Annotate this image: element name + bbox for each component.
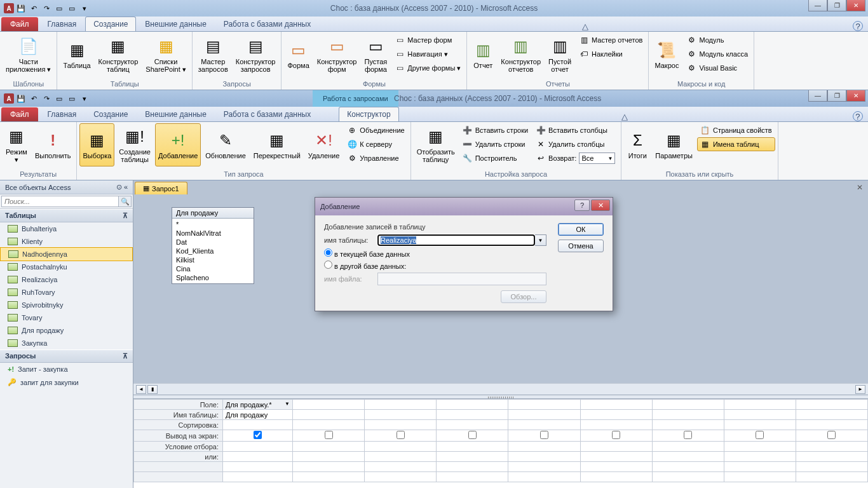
make-table-button[interactable]: ▦!Создание таблицы — [116, 123, 154, 166]
table-design-button[interactable]: ▦Конструктор таблиц — [95, 33, 142, 76]
report-wizard-button[interactable]: ▥Мастер отчетов — [576, 33, 646, 47]
search-input[interactable] — [1, 196, 119, 207]
class-module-button[interactable]: ⚙Модуль класса — [683, 47, 751, 61]
passthrough-button[interactable]: 🌐К серверу — [344, 137, 407, 151]
delete-cols-button[interactable]: ✕Удалить столбцы — [532, 137, 618, 151]
visual-basic-button[interactable]: ⚙Visual Basic — [683, 61, 751, 75]
ribbon-min-icon-2[interactable]: △ — [620, 111, 630, 121]
query-design-button[interactable]: ▤Конструктор запросов — [233, 33, 279, 76]
collapse-group-icon[interactable]: ⊼ — [123, 352, 128, 360]
app-icon-2[interactable]: A — [4, 93, 14, 104]
dialog-close-button[interactable]: ✕ — [591, 200, 610, 211]
collapse-icon[interactable]: « — [124, 183, 128, 191]
field-item[interactable]: * — [175, 220, 251, 229]
view-button[interactable]: ▦Режим▾ — [3, 123, 31, 166]
nav-table-item[interactable]: RuhTovary — [0, 286, 133, 299]
nav-table-item[interactable]: Закупка — [0, 337, 133, 349]
macro-button[interactable]: 📜Макрос — [651, 33, 682, 76]
designer-hscroll[interactable]: ◄ ▮ ► — [133, 383, 868, 395]
query-wizard-button[interactable]: ▤Мастер запросов — [195, 33, 231, 76]
blank-form-button[interactable]: ▭Пустая форма — [361, 33, 390, 76]
report-button[interactable]: ▥Отчет — [470, 33, 496, 76]
qat-save-icon-2[interactable]: 💾 — [15, 93, 27, 104]
table-button[interactable]: ▦Таблица — [60, 33, 93, 76]
qat-undo-icon[interactable]: ↶ — [28, 3, 39, 14]
table-name-input[interactable] — [377, 234, 535, 246]
nav-header[interactable]: Все объекты Access⊙ « — [0, 180, 133, 194]
tab-constructor[interactable]: Конструктор — [339, 107, 398, 121]
crosstab-button[interactable]: ▦Перекрестный — [250, 123, 304, 166]
nav-query-item[interactable]: +!Запит - закупка — [0, 363, 133, 376]
splitter[interactable] — [133, 395, 868, 399]
tab-create-2[interactable]: Создание — [85, 107, 136, 121]
tab-home[interactable]: Главная — [39, 17, 85, 31]
totals-button[interactable]: ΣИтоги — [624, 123, 651, 166]
tab-dbtools[interactable]: Работа с базами данных — [215, 17, 319, 31]
dialog-help-button[interactable]: ? — [574, 200, 590, 211]
blank-report-button[interactable]: ▥Пустой отчет — [545, 33, 574, 76]
doc-close-icon[interactable]: ✕ — [857, 183, 865, 192]
help-icon[interactable]: ? — [853, 21, 863, 31]
qat-btn2-2[interactable]: ▭ — [66, 93, 78, 104]
builder-button[interactable]: 🔧Построитель — [459, 151, 531, 165]
combo-dropdown-icon[interactable]: ▼ — [535, 234, 546, 246]
field-item[interactable]: Dat — [175, 238, 251, 247]
maximize-button-2[interactable]: ❐ — [827, 90, 846, 102]
tab-file[interactable]: Файл — [1, 17, 38, 31]
table-names-button[interactable]: ▦Имена таблиц — [697, 137, 775, 151]
show-table-button[interactable]: ▦Отобразить таблицу — [414, 123, 458, 166]
form-wizard-button[interactable]: ▭Мастер форм — [391, 33, 464, 47]
show-checkbox[interactable] — [254, 431, 262, 439]
qat-undo-icon-2[interactable]: ↶ — [28, 93, 39, 104]
qbe-grid[interactable]: Поле:Для продажу.* ▼ Имя таблицы:Для про… — [133, 399, 868, 488]
nav-query-item[interactable]: 🔑запит для закупки — [0, 376, 133, 389]
update-button[interactable]: ✎Обновление — [202, 123, 249, 166]
insert-cols-button[interactable]: ➕Вставить столбцы — [532, 123, 618, 137]
qat-more-icon-2[interactable]: ▾ — [79, 93, 90, 104]
field-item[interactable]: NomNaklVitrat — [175, 229, 251, 238]
nav-table-item[interactable]: Spivrobitnyky — [0, 299, 133, 311]
delete-rows-button[interactable]: ➖Удалить строки — [459, 137, 531, 151]
ribbon-min-icon[interactable]: △ — [580, 21, 590, 31]
qat-btn2[interactable]: ▭ — [66, 3, 78, 14]
nav-table-item[interactable]: Klienty — [0, 235, 133, 248]
nav-table-item[interactable]: Tovary — [0, 311, 133, 324]
ddl-button[interactable]: ⚙Управление — [344, 151, 407, 165]
nav-table-item[interactable]: Nadhodjennya — [0, 247, 133, 261]
module-button[interactable]: ⚙Модуль — [683, 33, 751, 47]
form-button[interactable]: ▭Форма — [284, 33, 312, 76]
chevron-down-icon[interactable]: ⊙ — [116, 183, 122, 191]
qbe-table-cell[interactable]: Для продажу — [223, 410, 293, 420]
field-item[interactable]: Cina — [175, 264, 251, 273]
nav-group-tables[interactable]: Таблицы⊼ — [0, 209, 133, 222]
radio-other-db[interactable]: в другой базе данных: — [324, 261, 406, 270]
table-source[interactable]: Для продажу *NomNaklVitratDatKod_Klienta… — [172, 207, 254, 284]
collapse-group-icon[interactable]: ⊼ — [123, 212, 128, 220]
navigation-button[interactable]: ▭Навигация ▾ — [391, 47, 464, 61]
return-combo[interactable]: Все▼ — [579, 152, 615, 164]
minimize-button[interactable]: — — [808, 0, 827, 11]
union-button[interactable]: ⊕Объединение — [344, 123, 407, 137]
tab-external[interactable]: Внешние данные — [137, 17, 215, 31]
append-button[interactable]: +!Добавление — [155, 123, 201, 166]
tab-home-2[interactable]: Главная — [39, 107, 85, 121]
help-icon-2[interactable]: ? — [853, 111, 863, 121]
scroll-split-icon[interactable]: ▮ — [147, 385, 158, 394]
app-parts-button[interactable]: 📄Части приложения ▾ — [3, 33, 54, 76]
field-item[interactable]: Kilkist — [175, 255, 251, 264]
ok-button[interactable]: ОК — [558, 223, 604, 236]
qat-btn1[interactable]: ▭ — [53, 3, 65, 14]
minimize-button-2[interactable]: — — [808, 90, 827, 102]
nav-group-queries[interactable]: Запросы⊼ — [0, 349, 133, 363]
run-button[interactable]: !Выполнить — [32, 123, 74, 166]
property-sheet-button[interactable]: 📋Страница свойств — [697, 123, 775, 137]
qat-redo-icon-2[interactable]: ↷ — [41, 93, 52, 104]
maximize-button[interactable]: ❐ — [827, 0, 846, 11]
field-item[interactable]: Splacheno — [175, 273, 251, 282]
tab-dbtools-2[interactable]: Работа с базами данных — [215, 107, 319, 121]
select-query-button[interactable]: ▦Выборка — [79, 123, 114, 166]
delete-button[interactable]: ✕!Удаление — [305, 123, 343, 166]
qat-btn1-2[interactable]: ▭ — [53, 93, 65, 104]
nav-table-item[interactable]: Postachalnyku — [0, 261, 133, 273]
field-item[interactable]: Kod_Klienta — [175, 247, 251, 255]
